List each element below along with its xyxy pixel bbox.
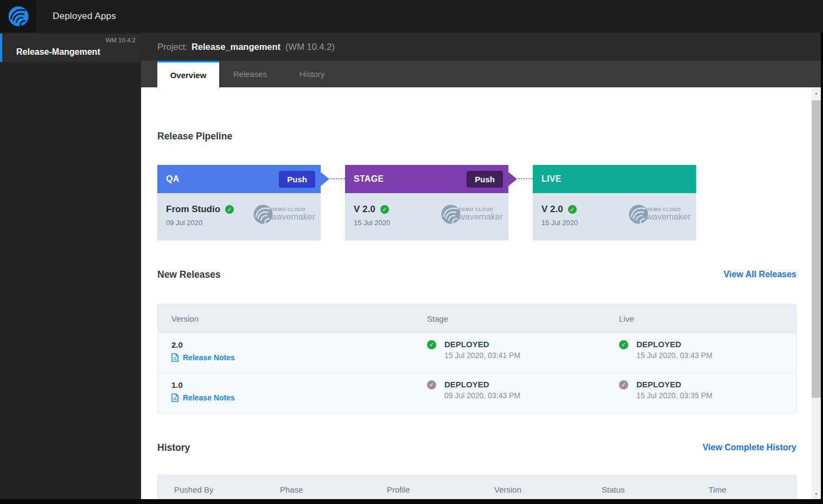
release-notes-link[interactable]: Release Notes (171, 353, 235, 362)
push-button-qa[interactable]: Push (279, 171, 315, 188)
live-status: ✓ DEPLOYED 15 Jul 2020, 03:35 PM (619, 380, 712, 400)
push-button-stage[interactable]: Push (467, 171, 503, 188)
demo-cloud-label: DEMO CLOUD (646, 207, 691, 212)
status-time: 15 Jul 2020, 03:43 PM (636, 351, 712, 360)
check-circle-icon: ✓ (568, 205, 577, 214)
project-header: Project: Release_mangement (WM 10.4.2) (141, 33, 823, 61)
deployed-check-icon: ✓ (619, 340, 628, 349)
column-stage: Stage (427, 304, 448, 333)
column-live: Live (619, 304, 634, 333)
sidebar-project-version: WM 10.4.2 (105, 37, 136, 43)
tab-history[interactable]: History (281, 61, 343, 87)
wavemaker-label: wavemaker (646, 212, 691, 222)
top-bar: Deployed Apps (0, 0, 823, 33)
deployed-check-icon: ✓ (427, 380, 436, 390)
deployed-check-icon: ✓ (619, 380, 628, 390)
pipeline-card-live-body: V 2.0 ✓ 15 Jul 2020 (533, 193, 696, 240)
release-notes-link[interactable]: Release Notes (171, 393, 235, 402)
wavemaker-label: wavemaker (458, 212, 503, 222)
overview-content: Release Pipeline QA Push From Studio ✓ (141, 87, 823, 504)
pipeline-card-qa-header: QA Push (157, 165, 321, 193)
demo-cloud-logo: DEMO CLOUD wavemaker (628, 203, 691, 225)
document-icon (171, 353, 178, 362)
new-releases-title: New Releases (157, 269, 221, 280)
scroll-up-icon[interactable]: ▲ (812, 88, 821, 98)
stage-name: QA (166, 174, 279, 184)
scrollbar-thumb[interactable] (812, 100, 821, 398)
deployed-version: V 2.0 (354, 204, 375, 215)
demo-cloud-label: DEMO CLOUD (458, 207, 503, 212)
tab-overview[interactable]: Overview (157, 61, 219, 87)
document-icon (171, 393, 178, 402)
stage-name: LIVE (541, 174, 691, 184)
status-label: DEPLOYED (444, 340, 520, 349)
app-window: Deployed Apps WM 10.4.2 Release-Mangemen… (0, 0, 823, 504)
view-all-releases-link[interactable]: View All Releases (724, 270, 796, 279)
deployed-version: V 2.0 (541, 204, 563, 215)
home-logo-button[interactable] (0, 0, 36, 33)
vertical-scrollbar[interactable]: ▲ ▼ (812, 87, 821, 504)
demo-cloud-logo: DEMO CLOUD wavemaker (440, 203, 503, 225)
pipeline-card-stage-body: V 2.0 ✓ 15 Jul 2020 (345, 193, 508, 240)
status-label: DEPLOYED (444, 380, 520, 389)
check-circle-icon: ✓ (225, 205, 234, 214)
deploy-date: 15 Jul 2020 (541, 219, 578, 227)
status-time: 15 Jul 2020, 03:41 PM (444, 351, 520, 360)
column-version: Version (171, 304, 199, 333)
pipeline-card-qa: QA Push From Studio ✓ 09 Jul 2020 (157, 165, 321, 240)
page-title: Deployed Apps (53, 0, 116, 33)
release-version: 1.0 (171, 380, 183, 390)
pipeline-card-stage: STAGE Push V 2.0 ✓ 15 Jul 2020 (345, 165, 508, 240)
wavemaker-logo-icon (7, 5, 30, 28)
live-status: ✓ DEPLOYED 15 Jul 2020, 03:43 PM (619, 340, 712, 360)
stage-status: ✓ DEPLOYED 09 Jul 2020, 03:43 PM (427, 380, 520, 400)
deployed-version: From Studio (166, 204, 220, 215)
sidebar-project-name: Release-Mangement (16, 47, 100, 57)
project-label: Project: (157, 42, 188, 52)
release-row: 2.0 Release Notes ✓ DEPLOYED 15 Jul 2020… (157, 333, 796, 373)
tab-bar: Overview Releases History (141, 61, 823, 87)
pipeline-connector (321, 165, 345, 193)
pipeline-card-stage-header: STAGE Push (345, 165, 508, 193)
main-panel: Project: Release_mangement (WM 10.4.2) O… (141, 33, 823, 504)
new-releases-table-header: Version Stage Live (157, 304, 796, 333)
deploy-date: 09 Jul 2020 (166, 219, 202, 227)
release-version: 2.0 (171, 340, 183, 349)
history-title: History (157, 442, 190, 454)
release-pipeline-title: Release Pipeline (157, 131, 232, 142)
tab-releases[interactable]: Releases (219, 61, 281, 87)
sidebar: WM 10.4.2 Release-Mangement (0, 33, 141, 504)
status-label: DEPLOYED (636, 340, 712, 349)
pipeline-card-live-header: LIVE (533, 165, 696, 193)
pipeline-card-qa-body: From Studio ✓ 09 Jul 2020 (157, 193, 321, 240)
view-complete-history-link[interactable]: View Complete History (703, 443, 796, 452)
release-notes-label: Release Notes (183, 393, 235, 402)
status-label: DEPLOYED (636, 380, 712, 389)
demo-cloud-label: DEMO CLOUD (271, 207, 315, 212)
status-time: 09 Jul 2020, 03:43 PM (444, 391, 520, 400)
check-circle-icon: ✓ (380, 205, 389, 214)
pipeline-card-live: LIVE V 2.0 ✓ 15 Jul 2020 (533, 165, 696, 240)
release-notes-label: Release Notes (183, 353, 235, 362)
release-pipeline: QA Push From Studio ✓ 09 Jul 2020 (157, 165, 696, 240)
sidebar-item-project[interactable]: WM 10.4.2 Release-Mangement (0, 34, 141, 62)
deployed-check-icon: ✓ (427, 340, 436, 349)
window-edge-right (821, 33, 823, 504)
pipeline-connector (508, 165, 533, 193)
window-edge-bottom (0, 499, 823, 504)
wavemaker-label: wavemaker (271, 212, 315, 222)
scroll-down-icon[interactable]: ▼ (812, 489, 821, 499)
project-name: Release_mangement (192, 42, 280, 52)
deploy-date: 15 Jul 2020 (354, 219, 390, 227)
stage-status: ✓ DEPLOYED 15 Jul 2020, 03:41 PM (427, 340, 520, 360)
release-row: 1.0 Release Notes ✓ DEPLOYED 09 Jul 2020… (157, 373, 796, 413)
project-version: (WM 10.4.2) (285, 42, 335, 52)
demo-cloud-logo: DEMO CLOUD wavemaker (252, 203, 315, 225)
status-time: 15 Jul 2020, 03:35 PM (636, 391, 712, 400)
stage-name: STAGE (354, 174, 467, 184)
